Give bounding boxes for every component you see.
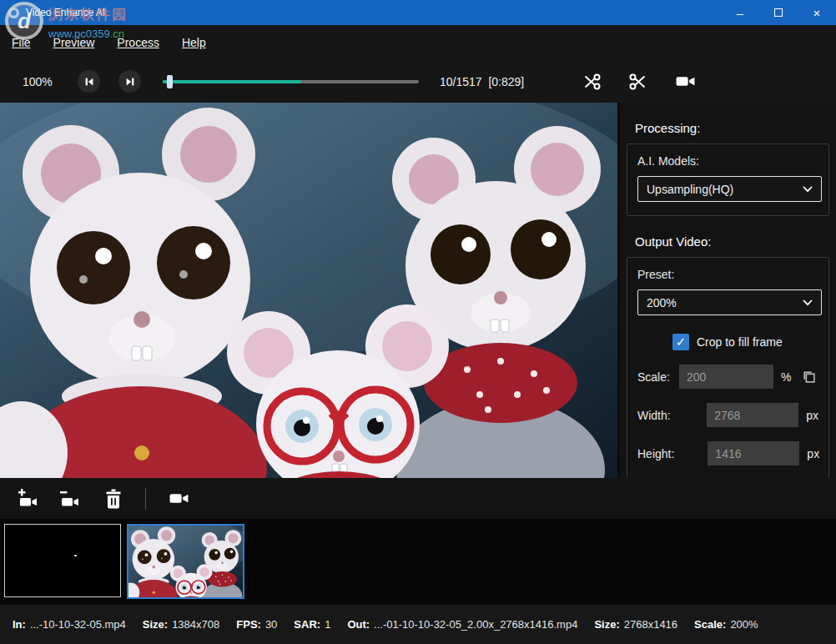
- scale-label: Scale:: [637, 370, 679, 384]
- frame-position: 10/1517 [0:829]: [440, 75, 524, 88]
- remove-clip-button[interactable]: [58, 488, 82, 510]
- skip-next-button[interactable]: [118, 70, 141, 93]
- settings-sidebar: Processing: A.I. Models: Upsampling(HQ) …: [620, 103, 836, 478]
- status-in: In:...-10-10-32-05.mp4: [13, 618, 126, 631]
- ai-models-group: A.I. Models: Upsampling(HQ): [627, 143, 829, 216]
- clip-thumbnail-selected[interactable]: [127, 524, 244, 599]
- output-video-group: Preset: 200% ✓ Crop to fill frame Scale:…: [627, 257, 829, 478]
- slider-handle[interactable]: [167, 75, 173, 88]
- skip-next-icon: [124, 76, 136, 88]
- output-video-heading: Output Video:: [635, 234, 831, 249]
- preset-dropdown[interactable]: 200%: [637, 289, 822, 315]
- playback-toolbar: 100% 10/1517 [0:829]: [0, 60, 836, 103]
- video-preview: [0, 103, 617, 478]
- menu-process[interactable]: Process: [117, 36, 159, 49]
- ai-models-label: A.I. Models:: [637, 154, 818, 168]
- trash-icon: [103, 488, 123, 510]
- status-in-size: Size:1384x708: [143, 618, 219, 631]
- clip-thumbnail[interactable]: [4, 524, 121, 597]
- status-bar: In:...-10-10-32-05.mp4 Size:1384x708 FPS…: [0, 605, 836, 644]
- skip-start-icon: [83, 76, 95, 88]
- slider-range: [163, 80, 301, 83]
- thumbnail-strip: [0, 519, 836, 605]
- add-clip-button[interactable]: [17, 488, 40, 510]
- processing-heading: Processing:: [635, 121, 831, 135]
- ai-model-value: Upsampling(HQ): [647, 183, 803, 196]
- status-out-size: Size:2768x1416: [594, 618, 677, 631]
- clip-toolbar: [0, 478, 836, 519]
- crop-to-fill-label: Crop to fill frame: [697, 335, 783, 349]
- preset-value: 200%: [647, 296, 803, 309]
- skip-start-button[interactable]: [78, 70, 100, 93]
- height-input[interactable]: [708, 441, 799, 465]
- status-fps: FPS:30: [236, 618, 277, 631]
- status-scale: Scale:200%: [694, 618, 758, 631]
- close-button[interactable]: ×: [798, 0, 836, 25]
- scale-input[interactable]: [679, 365, 773, 389]
- copy-icon: [802, 370, 816, 384]
- menu-help[interactable]: Help: [182, 36, 206, 49]
- width-unit: px: [806, 409, 818, 422]
- crop-to-fill-checkbox[interactable]: ✓: [672, 334, 689, 350]
- zoom-level: 100%: [23, 75, 59, 88]
- menu-file[interactable]: File: [12, 36, 31, 49]
- maximize-button[interactable]: [759, 0, 798, 25]
- preset-label: Preset:: [637, 268, 818, 281]
- minimize-button[interactable]: –: [721, 0, 759, 25]
- scissors-icon: [582, 72, 602, 92]
- delete-clip-button[interactable]: [103, 488, 123, 510]
- width-label: Width:: [637, 409, 673, 422]
- window-controls: – ×: [721, 0, 836, 25]
- menu-bar: File Preview Process Help: [0, 25, 836, 60]
- status-sar: SAR:1: [294, 618, 330, 631]
- video-camera-icon: [168, 488, 190, 509]
- scale-unit: %: [781, 370, 791, 384]
- ai-model-dropdown[interactable]: Upsampling(HQ): [637, 176, 822, 202]
- thumbnail-speck: [74, 555, 77, 556]
- app-icon: [8, 7, 20, 19]
- width-input[interactable]: [707, 403, 798, 427]
- height-unit: px: [807, 447, 819, 460]
- preview-camera-button[interactable]: [674, 71, 696, 93]
- chevron-down-icon: [803, 299, 813, 306]
- camera-plus-icon: [17, 488, 40, 510]
- title-bar: Video Enhance AI – ×: [0, 0, 836, 25]
- video-camera-icon: [675, 71, 696, 92]
- timeline-slider[interactable]: [163, 74, 419, 89]
- menu-preview[interactable]: Preview: [53, 36, 95, 49]
- chevron-down-icon: [803, 186, 813, 193]
- trim-cut-button[interactable]: [581, 71, 602, 93]
- height-label: Height:: [637, 447, 674, 460]
- status-out: Out:...-01-10-10-32-05_2.00x_2768x1416.m…: [347, 618, 577, 631]
- toolbar-divider: [145, 488, 146, 510]
- copy-scale-button[interactable]: [802, 370, 816, 384]
- window-title: Video Enhance AI: [26, 7, 105, 18]
- scissors-right-icon: [628, 72, 648, 92]
- trim-split-button[interactable]: [627, 71, 649, 93]
- app-window: Video Enhance AI – × d 浏东软件园 www.pc0359.…: [0, 0, 836, 644]
- process-clip-button[interactable]: [168, 488, 190, 509]
- camera-minus-icon: [58, 488, 82, 510]
- maximize-icon: [774, 8, 783, 17]
